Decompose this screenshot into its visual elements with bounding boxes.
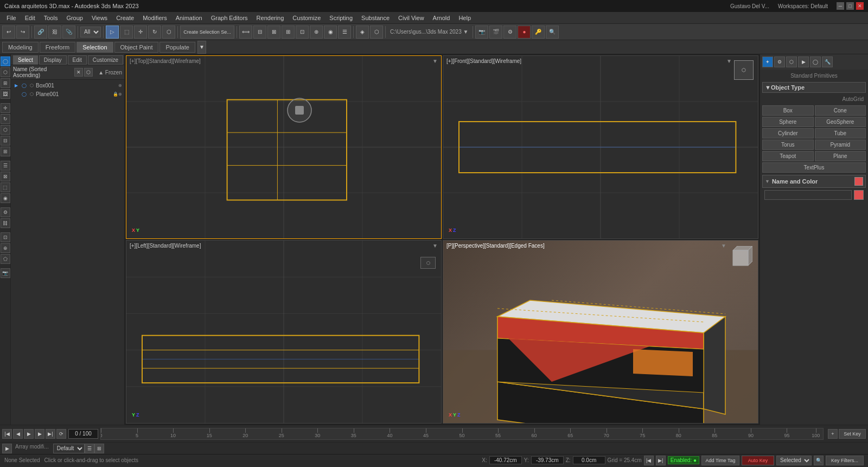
mirror-button[interactable]: ⟺: [239, 26, 252, 39]
se-expand-btn[interactable]: ⬡: [84, 68, 93, 77]
scene-tab-customize[interactable]: Customize: [88, 55, 123, 65]
lt-button-4[interactable]: 🖼: [1, 89, 10, 99]
lt-button-7[interactable]: ⬡: [1, 125, 10, 135]
prim-cylinder[interactable]: Cylinder: [762, 128, 814, 138]
lt-button-19[interactable]: 📷: [1, 268, 10, 278]
menu-file[interactable]: File: [2, 14, 21, 22]
viewport-perspective[interactable]: [P][Perspective][Standard][Edged Faces]: [443, 240, 758, 424]
filter-select[interactable]: All: [80, 27, 101, 37]
undo-button[interactable]: ↩: [2, 26, 15, 39]
menu-modifiers[interactable]: Modifiers: [138, 14, 171, 22]
rp-create-btn[interactable]: ✦: [762, 56, 773, 67]
align3-button[interactable]: ⊡: [296, 26, 309, 39]
prim-geosphere[interactable]: GeoSphere: [815, 117, 866, 127]
next-key-btn[interactable]: ▶|: [656, 456, 666, 465]
bind-button[interactable]: 📎: [62, 26, 75, 39]
prev-key-btn[interactable]: |◀: [644, 456, 654, 465]
lt-button-5[interactable]: ✛: [1, 103, 10, 113]
key-start-btn[interactable]: |◀: [2, 429, 12, 439]
lt-button-11[interactable]: ⊠: [1, 172, 10, 181]
layer-button[interactable]: ☰: [338, 26, 351, 39]
prim-teapot[interactable]: Teapot: [762, 151, 814, 161]
material-button[interactable]: ◈: [356, 26, 369, 39]
lt-button-6[interactable]: ↻: [1, 114, 10, 124]
menu-rendering[interactable]: Rendering: [252, 14, 289, 22]
lt-button-13[interactable]: ◉: [1, 193, 10, 203]
vp-expand-icon[interactable]: ▼: [432, 58, 438, 64]
frame-counter[interactable]: 0 / 100: [68, 429, 98, 439]
menu-scripting[interactable]: Scripting: [325, 14, 357, 22]
lt-button-18[interactable]: ⬠: [1, 254, 10, 264]
tab-selection[interactable]: Selection: [76, 42, 113, 53]
create-selection-button[interactable]: Create Selection Se...: [180, 26, 234, 39]
select-object-button[interactable]: ▷: [106, 26, 119, 39]
tab-object-paint[interactable]: Object Paint: [114, 42, 159, 53]
search-button[interactable]: 🔍: [546, 26, 559, 39]
maximize-button[interactable]: □: [846, 2, 854, 10]
array-button[interactable]: ⊞: [282, 26, 295, 39]
menu-help[interactable]: Help: [454, 14, 475, 22]
object-type-header[interactable]: ▼ Object Type: [762, 82, 866, 93]
lt-button-1[interactable]: ◯: [1, 56, 10, 66]
menu-views[interactable]: Views: [87, 14, 112, 22]
render-frame-button[interactable]: 🎬: [489, 26, 502, 39]
menu-create[interactable]: Create: [112, 14, 138, 22]
name-input-field[interactable]: [764, 190, 852, 200]
open-material-button[interactable]: ⬡: [370, 26, 383, 39]
dropdown-arrow[interactable]: ▼: [197, 41, 206, 54]
prim-cone[interactable]: Cone: [815, 105, 866, 116]
layer-plus-btn[interactable]: ⊞: [94, 444, 104, 453]
menu-group[interactable]: Group: [62, 14, 87, 22]
rp-modify-btn[interactable]: ⚙: [774, 56, 785, 67]
viewport-front[interactable]: [+][Front][Standard][Wireframe] ⬡ X Z ▼: [443, 55, 758, 239]
name-color-header[interactable]: ▼ Name and Color: [762, 175, 866, 188]
scene-tab-select[interactable]: Select: [13, 55, 38, 65]
menu-edit[interactable]: Edit: [21, 14, 40, 22]
prev-frame-btn[interactable]: ◀: [13, 429, 23, 439]
key-end-btn[interactable]: ▶|: [46, 429, 55, 439]
rp-motion-btn[interactable]: ▶: [798, 56, 809, 67]
viewport-top[interactable]: [+][Top][Standard][Wireframe]: [126, 55, 442, 239]
menu-graph-editors[interactable]: Graph Editors: [207, 14, 252, 22]
search-scene-btn[interactable]: 🔍: [814, 456, 824, 465]
layer-select[interactable]: Default: [53, 444, 85, 453]
prim-pyramid[interactable]: Pyramid: [815, 140, 866, 150]
render-region-button[interactable]: ⚙: [503, 26, 516, 39]
menu-animation[interactable]: Animation: [171, 14, 207, 22]
autokey-button[interactable]: ●: [518, 26, 531, 39]
lt-button-16[interactable]: ⊡: [1, 232, 10, 242]
scale-button[interactable]: ⬡: [162, 26, 175, 39]
loop-btn[interactable]: ⟳: [56, 429, 66, 439]
unlink-button[interactable]: ⛓: [48, 26, 61, 39]
minimize-button[interactable]: ─: [837, 2, 844, 10]
layer-expand-btn[interactable]: ▶: [2, 444, 12, 453]
lt-button-8[interactable]: ⊟: [1, 136, 10, 146]
setkey-button[interactable]: 🔑: [532, 26, 545, 39]
tab-freeform[interactable]: Freeform: [40, 42, 76, 53]
lt-button-15[interactable]: ⛓: [1, 218, 10, 228]
prim-tube[interactable]: Tube: [815, 128, 866, 138]
lt-button-3[interactable]: ⊞: [1, 78, 10, 88]
lt-button-10[interactable]: ☰: [1, 161, 10, 171]
tab-populate[interactable]: Populate: [159, 42, 195, 53]
lt-button-17[interactable]: ⊕: [1, 243, 10, 253]
prim-plane[interactable]: Plane: [815, 151, 866, 161]
render-setup-button[interactable]: 📷: [475, 26, 488, 39]
scene-tab-edit[interactable]: Edit: [68, 55, 87, 65]
scene-item-plane001[interactable]: ◯ ⬡ Plane001 🔒 ⊕: [12, 90, 123, 98]
timeline-ruler[interactable]: 0 5 10 15 20 25 30 35 40 45 50 55 60 65 …: [100, 428, 824, 440]
select-region-button[interactable]: ⬚: [120, 26, 133, 39]
next-frame-btn[interactable]: ▶: [35, 429, 44, 439]
scene-tab-display[interactable]: Display: [39, 55, 67, 65]
menu-substance[interactable]: Substance: [357, 14, 394, 22]
lt-button-9[interactable]: ⊞: [1, 147, 10, 156]
layer-icon-btn[interactable]: ☰: [85, 444, 94, 453]
rp-display-btn[interactable]: ◯: [810, 56, 821, 67]
rp-utilities-btn[interactable]: 🔧: [822, 56, 833, 67]
menu-civil-view[interactable]: Civil View: [394, 14, 428, 22]
viewport-left[interactable]: [+][Left][Standard][Wireframe] ⬡ Y: [126, 240, 442, 424]
close-button[interactable]: ✕: [856, 2, 864, 10]
rp-hierarchy-btn[interactable]: ⬡: [786, 56, 797, 67]
tab-modeling[interactable]: Modeling: [2, 42, 39, 53]
menu-arnold[interactable]: Arnold: [429, 14, 455, 22]
